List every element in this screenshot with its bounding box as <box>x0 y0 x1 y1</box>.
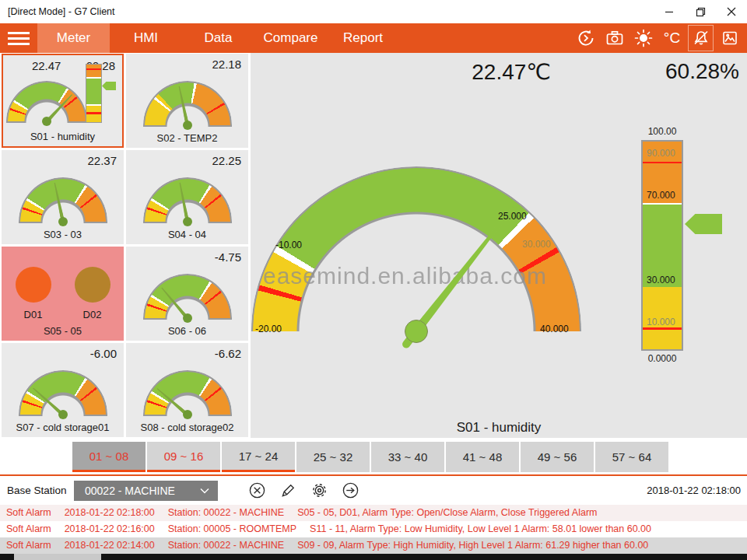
nav-tab-meter[interactable]: Meter <box>37 23 110 53</box>
chevron-down-icon <box>199 485 210 497</box>
restore-button[interactable] <box>685 0 716 23</box>
close-button[interactable] <box>716 0 747 23</box>
mini-gauge <box>145 82 230 128</box>
edit-icon[interactable] <box>279 481 297 499</box>
switch-label: D01 <box>24 309 43 320</box>
humidity-readout: 60.28% <box>615 59 739 84</box>
mini-gauge-arc <box>8 82 86 121</box>
panel-caption: S01 - humidity <box>251 420 747 436</box>
group-tab-7[interactable]: 49 ~ 56 <box>521 442 594 472</box>
nav-tab-report[interactable]: Report <box>327 23 399 53</box>
mini-gauge-arc <box>20 372 106 415</box>
base-station-select[interactable]: 00022 - MACHINE <box>74 481 218 501</box>
mini-gauge-hub <box>58 217 68 226</box>
alarm-type: Soft Alarm <box>6 540 51 551</box>
humidity-bar-gauge: 90.000 70.000 30.000 10.000 <box>641 140 683 351</box>
group-tab-4[interactable]: 25 ~ 32 <box>296 442 370 472</box>
sensor-tile-s01[interactable]: 22.4760.28S01 - humidity <box>2 54 124 148</box>
alarm-message: S09 - 09, Alarm Type: High Humidity, Hig… <box>297 540 648 551</box>
tile-values: -4.75 <box>215 250 241 264</box>
minimize-button[interactable] <box>654 0 685 23</box>
tile-label: S08 - cold storage02 <box>126 422 248 433</box>
alarm-mute-icon[interactable] <box>688 25 714 51</box>
tile-label: S04 - 04 <box>126 229 248 240</box>
mini-gauge-hub <box>183 217 192 226</box>
tile-label: S01 - humidity <box>3 131 122 142</box>
nav-tab-data[interactable]: Data <box>182 23 254 53</box>
alarm-row[interactable]: Soft Alarm2018-01-22 02:18:00Station: 00… <box>0 505 747 521</box>
bottom-edge <box>0 554 747 560</box>
bar-alarm-low-label: 10.000 <box>647 317 675 327</box>
mini-gauge <box>8 82 86 124</box>
bar-pointer <box>685 214 722 234</box>
history-icon[interactable] <box>573 25 598 51</box>
gauge-hub <box>405 320 428 343</box>
switch-d02: D02 <box>75 267 110 320</box>
group-tab-3[interactable]: 17 ~ 24 <box>222 442 295 472</box>
switch-row: D01D02 <box>2 267 124 320</box>
nav-tab-hmi[interactable]: HMI <box>110 23 182 53</box>
tile-label: S07 - cold storage01 <box>2 422 124 433</box>
mini-gauge-hub <box>58 410 68 419</box>
brightness-icon[interactable] <box>630 25 656 51</box>
alarm-type: Soft Alarm <box>6 523 51 534</box>
sensor-tile-s07[interactable]: -6.00S07 - cold storage01 <box>2 343 124 437</box>
gauge-low-tick-label: -10.00 <box>275 240 302 250</box>
tile-values: 22.25 <box>212 154 241 167</box>
watermark: easemind.en.alibaba.com <box>263 263 605 289</box>
celsius-icon[interactable]: °C <box>659 25 685 51</box>
gallery-icon[interactable] <box>717 25 742 51</box>
base-station-label: Base Station <box>7 485 67 496</box>
sensor-tile-s05[interactable]: D01D02S05 - 05 <box>2 247 124 341</box>
base-station-value: 00022 - MACHINE <box>85 485 199 497</box>
tile-label: S02 - TEMP2 <box>126 132 248 144</box>
menu-icon[interactable] <box>0 23 37 53</box>
tile-label: S05 - 05 <box>2 325 124 337</box>
mini-gauge-arc <box>145 372 230 415</box>
mini-gauge <box>145 179 230 224</box>
switch-dot-d01 <box>16 267 51 303</box>
tile-label: S06 - 06 <box>126 325 248 337</box>
alarm-message: S11 - 11, Alarm Type: Low Humidity, Low … <box>310 523 651 534</box>
group-tab-6[interactable]: 41 ~ 48 <box>446 442 519 472</box>
sensor-tile-s08[interactable]: -6.62S08 - cold storage02 <box>126 343 248 437</box>
tile-values: 22.4760.28 <box>32 59 115 72</box>
gauge-high-tick-label: 25.000 <box>498 211 527 222</box>
group-tab-8[interactable]: 57 ~ 64 <box>595 442 668 472</box>
gauge-max-label: 40.000 <box>540 324 569 334</box>
sensor-tile-s03[interactable]: 22.37S03 - 03 <box>2 150 124 244</box>
mini-gauge-hub <box>183 313 192 323</box>
alarm-row[interactable]: Soft Alarm2018-01-22 02:16:00Station: 00… <box>0 521 747 537</box>
alarm-station: Station: 00022 - MACHINE <box>168 507 284 518</box>
switch-label: D02 <box>83 309 102 320</box>
tile-values: -6.62 <box>215 347 241 360</box>
mini-gauge <box>20 372 106 417</box>
mini-gauge-arc <box>145 275 230 318</box>
alarm-time: 2018-01-22 02:18:00 <box>65 507 155 518</box>
alarm-row[interactable]: Soft Alarm2018-01-22 02:14:00Station: 00… <box>0 537 747 554</box>
group-tab-1[interactable]: 01 ~ 08 <box>72 442 146 472</box>
tile-values: 22.37 <box>87 154 117 167</box>
gauge-alarm-tick-label: 30.000 <box>522 239 551 250</box>
nav-tab-compare[interactable]: Compare <box>254 23 327 53</box>
camera-icon[interactable] <box>601 25 627 51</box>
window-title: [Direct Mode] - G7 Client <box>8 6 115 17</box>
tile-values: -6.00 <box>90 347 117 360</box>
mini-gauge-hub <box>42 117 51 126</box>
temperature-readout: 22.47℃ <box>422 59 601 85</box>
sensor-tile-s02[interactable]: 22.18S02 - TEMP2 <box>126 54 248 148</box>
bottom-edge-segment <box>14 554 101 560</box>
sensor-tile-s06[interactable]: -4.75S06 - 06 <box>126 247 248 341</box>
group-tab-5[interactable]: 33 ~ 40 <box>371 442 444 472</box>
tile-value: 22.47 <box>32 59 61 72</box>
settings-icon[interactable] <box>310 481 328 499</box>
tile-value: -6.00 <box>90 347 117 360</box>
nav-tabs: MeterHMIDataCompareReport <box>37 23 399 53</box>
forward-icon[interactable] <box>341 481 359 499</box>
alarm-station: Station: 00022 - MACHINE <box>168 540 284 551</box>
tile-value: 22.25 <box>212 154 241 167</box>
cancel-icon[interactable] <box>247 481 266 499</box>
station-toolbar <box>247 481 359 499</box>
sensor-tile-s04[interactable]: 22.25S04 - 04 <box>126 150 248 244</box>
group-tab-2[interactable]: 09 ~ 16 <box>147 442 220 472</box>
